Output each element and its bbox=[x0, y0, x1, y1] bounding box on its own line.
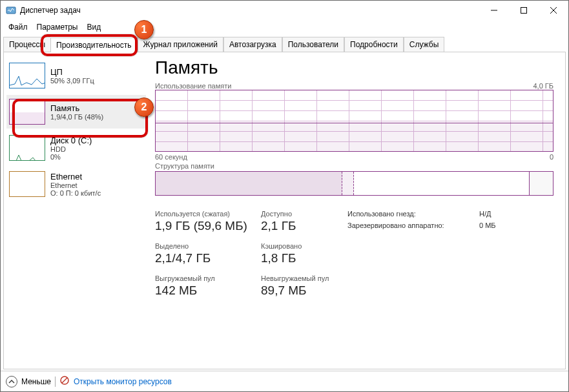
stat-nonpaged: Невыгружаемый пул 89,7 МБ bbox=[261, 274, 345, 298]
sidebar-ethernet-title: Ethernet bbox=[50, 172, 101, 181]
sidebar-memory-sub: 1,9/4,0 ГБ (48%) bbox=[50, 113, 103, 121]
open-resource-monitor-link[interactable]: Открыть монитор ресурсов bbox=[74, 377, 172, 386]
fewer-details-button[interactable]: Меньше bbox=[21, 377, 51, 386]
task-manager-icon bbox=[6, 5, 16, 15]
stat-used: Используется (сжатая) 1,9 ГБ (59,6 МБ) bbox=[155, 210, 258, 233]
maximize-button[interactable] bbox=[509, 1, 539, 20]
svg-rect-2 bbox=[521, 8, 527, 14]
content-area: ЦП 50% 3,09 ГГц Память 1,9/4,0 ГБ (48%) … bbox=[3, 52, 566, 369]
kv-slots: Использовано гнезд: Зарезервировано аппа… bbox=[347, 210, 477, 233]
usage-max: 4,0 ГБ bbox=[533, 82, 553, 90]
close-button[interactable] bbox=[539, 1, 568, 20]
stat-nonpaged-label: Невыгружаемый пул bbox=[261, 274, 345, 282]
stat-allocated-value: 2,1/4,7 ГБ bbox=[155, 251, 258, 265]
hwres-value: 0 МБ bbox=[479, 222, 496, 229]
sidebar-disk-sub2: 0% bbox=[50, 153, 92, 161]
tab-startup[interactable]: Автозагрузка bbox=[223, 37, 282, 52]
window-title: Диспетчер задач bbox=[20, 6, 479, 15]
stat-available: Доступно 2,1 ГБ bbox=[261, 210, 345, 233]
tab-app-history[interactable]: Журнал приложений bbox=[138, 37, 223, 52]
disk-mini-chart-icon bbox=[9, 135, 45, 161]
sidebar-item-ethernet[interactable]: Ethernet Ethernet О: 0 П: 0 кбит/с bbox=[6, 167, 146, 201]
minimize-button[interactable] bbox=[479, 1, 509, 20]
sidebar-ethernet-sub1: Ethernet bbox=[50, 181, 101, 189]
stat-paged-value: 142 МБ bbox=[155, 284, 258, 298]
sidebar-ethernet-sub2: О: 0 П: 0 кбит/с bbox=[50, 189, 101, 197]
separator bbox=[55, 377, 56, 387]
sidebar-item-cpu[interactable]: ЦП 50% 3,09 ГГц bbox=[6, 59, 146, 92]
stat-nonpaged-value: 89,7 МБ bbox=[261, 284, 345, 298]
tab-processes[interactable]: Процессы bbox=[3, 37, 50, 52]
stat-allocated-label: Выделено bbox=[155, 242, 258, 250]
svg-line-6 bbox=[62, 378, 67, 383]
tab-services[interactable]: Службы bbox=[404, 37, 444, 52]
tab-users[interactable]: Пользователи bbox=[282, 37, 344, 52]
stat-available-value: 2,1 ГБ bbox=[261, 219, 345, 233]
titlebar: Диспетчер задач bbox=[1, 1, 568, 20]
sidebar-item-memory[interactable]: Память 1,9/4,0 ГБ (48%) bbox=[6, 95, 146, 129]
resmon-icon bbox=[59, 375, 70, 387]
sidebar-disk-sub1: HDD bbox=[50, 145, 92, 153]
sidebar-cpu-sub: 50% 3,09 ГГц bbox=[50, 77, 94, 85]
slots-label: Использовано гнезд: bbox=[347, 210, 416, 218]
chevron-up-icon[interactable] bbox=[6, 376, 17, 387]
stats-grid: Используется (сжатая) 1,9 ГБ (59,6 МБ) Д… bbox=[155, 210, 553, 298]
memory-mini-chart-icon bbox=[9, 99, 45, 125]
tab-performance[interactable]: Производительность bbox=[50, 37, 137, 52]
page-title: Память bbox=[155, 57, 553, 78]
stat-allocated: Выделено 2,1/4,7 ГБ bbox=[155, 242, 258, 265]
main-panel: Память Использование памяти 4,0 ГБ 60 се… bbox=[149, 52, 565, 369]
ethernet-mini-chart-icon bbox=[9, 171, 45, 197]
stat-used-value: 1,9 ГБ (59,6 МБ) bbox=[155, 219, 258, 233]
memory-composition-chart bbox=[155, 171, 553, 196]
stat-paged: Выгружаемый пул 142 МБ bbox=[155, 274, 258, 298]
tab-details[interactable]: Подробности bbox=[344, 37, 404, 52]
struct-label: Структура памяти bbox=[155, 162, 214, 170]
stat-cached: Кэшировано 1,8 ГБ bbox=[261, 242, 345, 265]
stat-used-label: Используется (сжатая) bbox=[155, 210, 258, 218]
time-right-label: 0 bbox=[550, 153, 553, 161]
sidebar-item-disk[interactable]: Диск 0 (C:) HDD 0% bbox=[6, 131, 146, 165]
menu-view[interactable]: Вид bbox=[83, 21, 105, 33]
sidebar-disk-title: Диск 0 (C:) bbox=[50, 136, 92, 145]
stat-paged-label: Выгружаемый пул bbox=[155, 274, 258, 282]
time-left-label: 60 секунд bbox=[155, 153, 187, 161]
usage-label: Использование памяти bbox=[155, 82, 231, 90]
footer: Меньше Открыть монитор ресурсов bbox=[1, 371, 568, 391]
stat-available-label: Доступно bbox=[261, 210, 345, 218]
sidebar-cpu-title: ЦП bbox=[50, 67, 94, 77]
cpu-mini-chart-icon bbox=[9, 63, 45, 88]
sidebar: ЦП 50% 3,09 ГГц Память 1,9/4,0 ГБ (48%) … bbox=[4, 52, 149, 369]
sidebar-memory-title: Память bbox=[50, 103, 103, 113]
menu-options[interactable]: Параметры bbox=[33, 21, 82, 33]
menubar: Файл Параметры Вид bbox=[1, 20, 568, 34]
stat-cached-label: Кэшировано bbox=[261, 242, 345, 250]
tabs: Процессы Производительность Журнал прило… bbox=[3, 37, 566, 52]
stat-cached-value: 1,8 ГБ bbox=[261, 251, 345, 265]
slots-value: Н/Д bbox=[479, 210, 491, 218]
menu-file[interactable]: Файл bbox=[5, 21, 32, 33]
hwres-label: Зарезервировано аппаратно: bbox=[347, 222, 444, 229]
kv-slots-values: Н/Д 0 МБ bbox=[479, 210, 553, 233]
memory-usage-chart bbox=[155, 90, 553, 152]
